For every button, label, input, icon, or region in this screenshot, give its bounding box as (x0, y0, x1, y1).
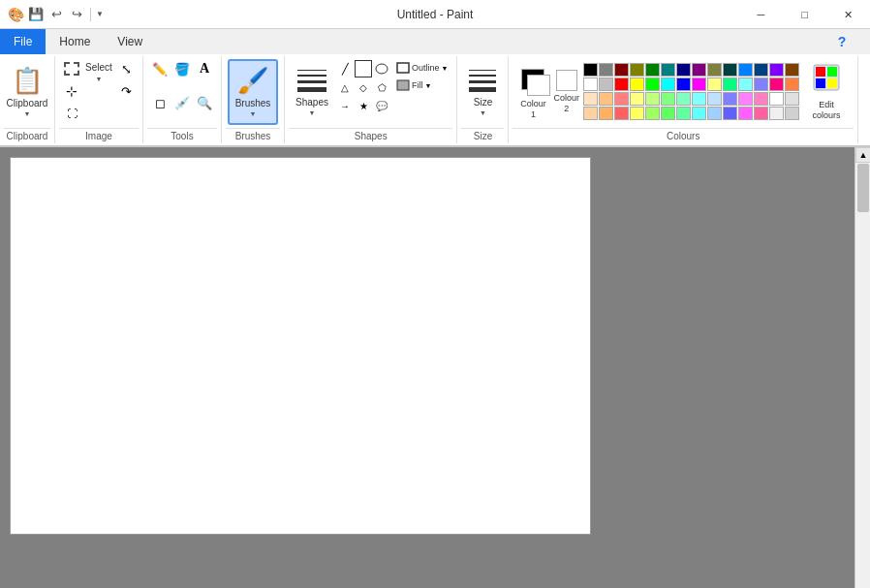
brushes-button[interactable]: 🖌️ Brushes ▼ (228, 59, 278, 125)
redo-icon[interactable]: ↪ (68, 6, 85, 23)
pencil-button[interactable]: ✏️ (149, 58, 171, 79)
colour-swatch-item[interactable] (707, 92, 722, 106)
colour-swatch-item[interactable] (583, 77, 598, 91)
colour-swatch-item[interactable] (723, 63, 737, 77)
colour-swatch-item[interactable] (692, 92, 706, 106)
colour-swatch-item[interactable] (785, 92, 799, 106)
scroll-up-arrow[interactable]: ▲ (855, 147, 870, 163)
colour-swatch-item[interactable] (614, 63, 629, 77)
save-icon[interactable]: 💾 (27, 6, 45, 23)
size-button[interactable]: Size ▼ (461, 59, 504, 125)
colour-swatch-item[interactable] (661, 77, 675, 91)
colour-swatch-item[interactable] (692, 107, 706, 120)
colour-swatch-item[interactable] (630, 107, 644, 120)
colour-swatch-item[interactable] (785, 63, 799, 77)
colour-swatch-item[interactable] (583, 107, 598, 120)
shape-arrow[interactable]: → (336, 97, 354, 114)
colour-swatch-item[interactable] (630, 92, 644, 106)
undo-icon[interactable]: ↩ (47, 6, 65, 23)
colour-swatch-item[interactable] (692, 63, 706, 77)
minimize-button[interactable]: ─ (739, 0, 783, 29)
fill-button[interactable]: 🪣 (171, 58, 193, 79)
colour-swatch-item[interactable] (645, 92, 660, 106)
colour-swatch-item[interactable] (754, 77, 768, 91)
colour-swatch-item[interactable] (614, 77, 629, 91)
size-lines-button[interactable]: Shapes ▼ (291, 58, 333, 124)
colour1-button[interactable] (516, 64, 549, 97)
colour-swatch-item[interactable] (599, 63, 613, 77)
colorpicker-button[interactable]: 💉 (171, 92, 193, 113)
colour-swatch-item[interactable] (769, 92, 784, 106)
vertical-scrollbar[interactable]: ▲ ▼ (854, 147, 870, 588)
select-crop-button[interactable]: ⛶ (61, 103, 82, 124)
colour-swatch-item[interactable] (645, 63, 660, 77)
fill-control-button[interactable]: Fill ▼ (393, 77, 451, 93)
colour-swatch-item[interactable] (676, 77, 691, 91)
canvas[interactable] (10, 157, 591, 535)
colour-swatch-item[interactable] (645, 107, 660, 120)
eraser-button[interactable]: ◻ (149, 92, 171, 113)
colour-swatch-item[interactable] (661, 63, 675, 77)
tab-home[interactable]: Home (46, 29, 104, 54)
colour-swatch-item[interactable] (785, 77, 799, 91)
shape-pentagon[interactable]: ⬠ (373, 78, 390, 96)
colour-swatch-item[interactable] (599, 92, 613, 106)
colour-swatch-item[interactable] (692, 77, 706, 91)
shape-star[interactable]: ★ (355, 97, 372, 114)
paint3d-button[interactable]: 🖼️ Edit with Paint 3D (862, 59, 870, 125)
canvas-container[interactable] (0, 147, 854, 588)
shape-oval[interactable] (373, 60, 390, 77)
close-button[interactable]: ✕ (826, 0, 870, 29)
colour-swatch-item[interactable] (769, 77, 784, 91)
shape-triangle[interactable]: △ (336, 78, 354, 96)
colour-swatch-item[interactable] (583, 92, 598, 106)
colour-swatch-item[interactable] (630, 77, 644, 91)
colour-swatch-item[interactable] (738, 63, 753, 77)
colour-swatch-item[interactable] (723, 92, 737, 106)
colour-swatch-item[interactable] (769, 63, 784, 77)
colour-swatch-item[interactable] (754, 63, 768, 77)
clipboard-button[interactable]: 📋 Clipboard ▼ (4, 58, 50, 126)
colour-swatch-item[interactable] (723, 107, 737, 120)
colour-swatch-item[interactable] (754, 92, 768, 106)
text-button[interactable]: A (194, 58, 215, 79)
shape-item[interactable]: ╱ (336, 60, 354, 77)
colour-swatch-item[interactable] (676, 92, 691, 106)
scroll-thumb-v[interactable] (857, 164, 869, 212)
colour-swatch-item[interactable] (661, 107, 675, 120)
shape-rect[interactable] (355, 60, 372, 77)
select-top-button[interactable] (61, 58, 82, 79)
colour-swatch-item[interactable] (707, 77, 722, 91)
colour-swatch-item[interactable] (769, 107, 784, 120)
outline-button[interactable]: Outline ▼ (393, 60, 451, 76)
colour-swatch-item[interactable] (707, 63, 722, 77)
rotate-button[interactable]: ↷ (115, 80, 137, 102)
qa-dropdown-arrow[interactable]: ▼ (96, 10, 104, 18)
colour-swatch-item[interactable] (707, 107, 722, 120)
tab-view[interactable]: View (104, 29, 156, 54)
colour-swatch-item[interactable] (738, 107, 753, 120)
colour-swatch-item[interactable] (583, 63, 598, 77)
colour-swatch-item[interactable] (738, 92, 753, 106)
colour-swatch-item[interactable] (599, 107, 613, 120)
tab-file[interactable]: File (0, 29, 46, 54)
colour-swatch-item[interactable] (723, 77, 737, 91)
colour2-button[interactable] (556, 70, 577, 91)
shape-callout[interactable]: 💬 (373, 97, 390, 114)
maximize-button[interactable]: □ (783, 0, 826, 29)
select-lasso-button[interactable]: ⊹ (61, 80, 82, 102)
shape-diamond[interactable]: ◇ (355, 78, 372, 96)
colour-swatch-item[interactable] (614, 92, 629, 106)
edit-colours-button[interactable]: Edit colours (803, 58, 850, 126)
colour-swatch-item[interactable] (676, 63, 691, 77)
colour-swatch-item[interactable] (754, 107, 768, 120)
resize-button[interactable]: ⤡ (115, 58, 137, 79)
colour-swatch-item[interactable] (661, 92, 675, 106)
magnify-button[interactable]: 🔍 (194, 92, 215, 113)
colour-swatch-item[interactable] (738, 77, 753, 91)
colour-swatch-item[interactable] (630, 63, 644, 77)
colour-swatch-item[interactable] (676, 107, 691, 120)
colour-swatch-item[interactable] (614, 107, 629, 120)
colour-swatch-item[interactable] (645, 77, 660, 91)
help-button[interactable]: ? (829, 29, 854, 54)
